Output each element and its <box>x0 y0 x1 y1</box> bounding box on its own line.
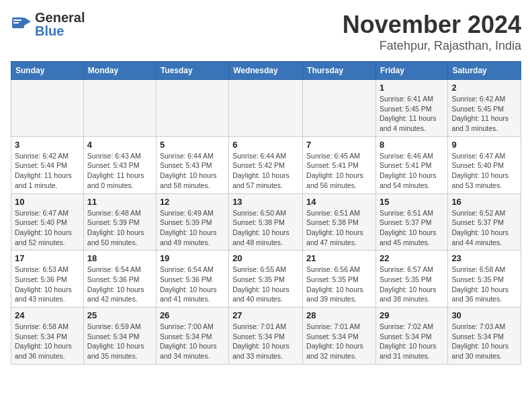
calendar-title-area: November 2024 Fatehpur, Rajasthan, India <box>343 11 521 53</box>
calendar-cell: 9Sunrise: 6:47 AM Sunset: 5:40 PM Daylig… <box>448 136 521 193</box>
calendar-cell <box>11 80 84 137</box>
day-number: 24 <box>15 310 80 320</box>
calendar-cell: 14Sunrise: 6:51 AM Sunset: 5:38 PM Dayli… <box>303 193 376 250</box>
calendar-cell: 19Sunrise: 6:54 AM Sunset: 5:36 PM Dayli… <box>156 250 228 308</box>
day-info: Sunrise: 7:01 AM Sunset: 5:34 PM Dayligh… <box>232 322 299 361</box>
day-number: 20 <box>232 253 299 263</box>
day-info: Sunrise: 6:47 AM Sunset: 5:40 PM Dayligh… <box>451 151 517 191</box>
logo-text: GeneralBlue <box>35 11 85 38</box>
calendar-cell: 26Sunrise: 7:00 AM Sunset: 5:34 PM Dayli… <box>156 308 228 365</box>
day-number: 29 <box>380 310 444 320</box>
calendar-cell: 17Sunrise: 6:53 AM Sunset: 5:36 PM Dayli… <box>11 250 84 308</box>
day-info: Sunrise: 6:59 AM Sunset: 5:34 PM Dayligh… <box>87 322 152 361</box>
day-info: Sunrise: 6:51 AM Sunset: 5:38 PM Dayligh… <box>306 208 372 248</box>
day-info: Sunrise: 6:44 AM Sunset: 5:42 PM Dayligh… <box>232 151 299 191</box>
header-tuesday: Tuesday <box>156 62 228 80</box>
calendar-cell: 16Sunrise: 6:52 AM Sunset: 5:37 PM Dayli… <box>448 193 521 250</box>
day-number: 21 <box>306 253 372 263</box>
day-number: 5 <box>160 140 225 150</box>
calendar-week-1: 1Sunrise: 6:41 AM Sunset: 5:45 PM Daylig… <box>11 80 521 137</box>
day-number: 10 <box>15 197 80 207</box>
day-info: Sunrise: 6:54 AM Sunset: 5:36 PM Dayligh… <box>87 265 152 304</box>
location-title: Fatehpur, Rajasthan, India <box>343 39 521 53</box>
svg-marker-1 <box>24 17 31 26</box>
day-info: Sunrise: 6:58 AM Sunset: 5:34 PM Dayligh… <box>15 322 80 361</box>
day-info: Sunrise: 7:01 AM Sunset: 5:34 PM Dayligh… <box>306 322 372 361</box>
day-number: 6 <box>232 140 299 150</box>
day-number: 23 <box>451 253 517 263</box>
calendar-cell: 10Sunrise: 6:47 AM Sunset: 5:40 PM Dayli… <box>11 193 84 250</box>
day-info: Sunrise: 6:58 AM Sunset: 5:35 PM Dayligh… <box>451 265 517 304</box>
day-info: Sunrise: 6:44 AM Sunset: 5:43 PM Dayligh… <box>160 151 225 191</box>
calendar-week-3: 10Sunrise: 6:47 AM Sunset: 5:40 PM Dayli… <box>11 193 521 250</box>
day-info: Sunrise: 6:45 AM Sunset: 5:41 PM Dayligh… <box>306 151 372 191</box>
calendar-cell: 1Sunrise: 6:41 AM Sunset: 5:45 PM Daylig… <box>375 80 447 137</box>
calendar-cell: 30Sunrise: 7:03 AM Sunset: 5:34 PM Dayli… <box>448 308 521 365</box>
calendar-cell: 27Sunrise: 7:01 AM Sunset: 5:34 PM Dayli… <box>229 308 303 365</box>
day-info: Sunrise: 6:54 AM Sunset: 5:36 PM Dayligh… <box>160 265 225 304</box>
day-info: Sunrise: 6:47 AM Sunset: 5:40 PM Dayligh… <box>15 208 80 248</box>
header-monday: Monday <box>83 62 156 80</box>
day-number: 8 <box>380 140 444 150</box>
calendar-cell <box>229 80 303 137</box>
day-info: Sunrise: 6:57 AM Sunset: 5:35 PM Dayligh… <box>380 265 444 304</box>
day-number: 3 <box>15 140 80 150</box>
day-info: Sunrise: 6:41 AM Sunset: 5:45 PM Dayligh… <box>380 94 444 134</box>
calendar-cell: 21Sunrise: 6:56 AM Sunset: 5:35 PM Dayli… <box>303 250 376 308</box>
calendar-week-2: 3Sunrise: 6:42 AM Sunset: 5:44 PM Daylig… <box>11 136 521 193</box>
calendar-cell: 12Sunrise: 6:49 AM Sunset: 5:39 PM Dayli… <box>156 193 228 250</box>
svg-rect-3 <box>13 22 19 24</box>
header-saturday: Saturday <box>448 62 521 80</box>
day-info: Sunrise: 6:52 AM Sunset: 5:37 PM Dayligh… <box>451 208 517 248</box>
header-wednesday: Wednesday <box>229 62 303 80</box>
day-info: Sunrise: 7:03 AM Sunset: 5:34 PM Dayligh… <box>451 322 517 361</box>
day-number: 9 <box>451 140 517 150</box>
day-number: 27 <box>232 310 299 320</box>
calendar-cell: 28Sunrise: 7:01 AM Sunset: 5:34 PM Dayli… <box>303 308 376 365</box>
day-info: Sunrise: 6:48 AM Sunset: 5:39 PM Dayligh… <box>87 208 152 248</box>
day-number: 26 <box>160 310 225 320</box>
day-number: 14 <box>306 197 372 207</box>
calendar-header-row: SundayMondayTuesdayWednesdayThursdayFrid… <box>11 62 521 80</box>
logo-icon <box>11 12 32 36</box>
day-info: Sunrise: 6:55 AM Sunset: 5:35 PM Dayligh… <box>232 265 299 304</box>
day-number: 16 <box>451 197 517 207</box>
day-info: Sunrise: 6:42 AM Sunset: 5:45 PM Dayligh… <box>451 94 517 134</box>
day-number: 2 <box>451 83 517 93</box>
day-number: 11 <box>87 197 152 207</box>
calendar-cell: 4Sunrise: 6:43 AM Sunset: 5:43 PM Daylig… <box>83 136 156 193</box>
day-info: Sunrise: 6:46 AM Sunset: 5:41 PM Dayligh… <box>380 151 444 191</box>
day-number: 25 <box>87 310 152 320</box>
day-number: 19 <box>160 253 225 263</box>
day-number: 18 <box>87 253 152 263</box>
day-number: 28 <box>306 310 372 320</box>
calendar-cell: 6Sunrise: 6:44 AM Sunset: 5:42 PM Daylig… <box>229 136 303 193</box>
calendar-cell: 22Sunrise: 6:57 AM Sunset: 5:35 PM Dayli… <box>375 250 447 308</box>
calendar-cell: 18Sunrise: 6:54 AM Sunset: 5:36 PM Dayli… <box>83 250 156 308</box>
day-number: 17 <box>15 253 80 263</box>
day-number: 13 <box>232 197 299 207</box>
logo: GeneralBlue <box>11 11 85 38</box>
calendar-cell: 7Sunrise: 6:45 AM Sunset: 5:41 PM Daylig… <box>303 136 376 193</box>
calendar-week-5: 24Sunrise: 6:58 AM Sunset: 5:34 PM Dayli… <box>11 308 521 365</box>
day-number: 22 <box>380 253 444 263</box>
calendar-cell: 29Sunrise: 7:02 AM Sunset: 5:34 PM Dayli… <box>375 308 447 365</box>
day-info: Sunrise: 6:53 AM Sunset: 5:36 PM Dayligh… <box>15 265 80 304</box>
month-title: November 2024 <box>343 11 521 39</box>
calendar-cell: 8Sunrise: 6:46 AM Sunset: 5:41 PM Daylig… <box>375 136 447 193</box>
calendar-cell: 25Sunrise: 6:59 AM Sunset: 5:34 PM Dayli… <box>83 308 156 365</box>
calendar-cell: 11Sunrise: 6:48 AM Sunset: 5:39 PM Dayli… <box>83 193 156 250</box>
calendar-cell <box>156 80 228 137</box>
svg-rect-2 <box>13 19 21 21</box>
day-info: Sunrise: 6:56 AM Sunset: 5:35 PM Dayligh… <box>306 265 372 304</box>
day-info: Sunrise: 6:49 AM Sunset: 5:39 PM Dayligh… <box>160 208 225 248</box>
day-number: 7 <box>306 140 372 150</box>
calendar-cell <box>303 80 376 137</box>
calendar-cell: 24Sunrise: 6:58 AM Sunset: 5:34 PM Dayli… <box>11 308 84 365</box>
header-thursday: Thursday <box>303 62 376 80</box>
day-number: 30 <box>451 310 517 320</box>
header-friday: Friday <box>375 62 447 80</box>
day-info: Sunrise: 7:02 AM Sunset: 5:34 PM Dayligh… <box>380 322 444 361</box>
day-info: Sunrise: 6:51 AM Sunset: 5:37 PM Dayligh… <box>380 208 444 248</box>
day-info: Sunrise: 7:00 AM Sunset: 5:34 PM Dayligh… <box>160 322 225 361</box>
